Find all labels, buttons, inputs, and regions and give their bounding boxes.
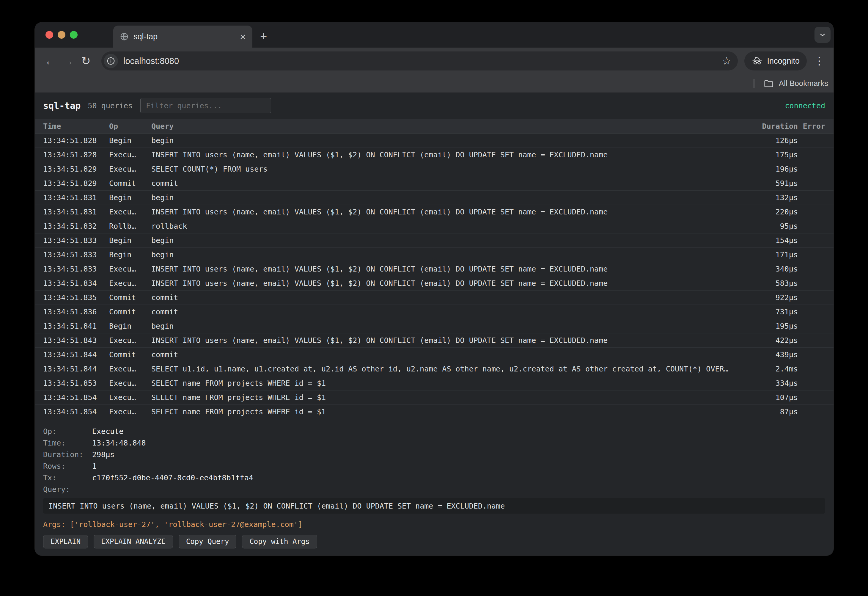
table-row[interactable]: 13:34:51.841 Begin begin 195µs — [35, 319, 834, 333]
column-header-duration[interactable]: Duration — [747, 122, 798, 130]
cell-time: 13:34:51.832 — [43, 222, 109, 231]
cell-duration: 583µs — [747, 279, 798, 288]
table-row[interactable]: 13:34:51.833 Execu… INSERT INTO users (n… — [35, 262, 834, 276]
cell-duration: 422µs — [747, 336, 798, 345]
cell-query: INSERT INTO users (name, email) VALUES (… — [151, 279, 747, 288]
cell-time: 13:34:51.833 — [43, 236, 109, 245]
cell-time: 13:34:51.834 — [43, 279, 109, 288]
url-text[interactable]: localhost:8080 — [123, 56, 722, 66]
browser-menu-button[interactable]: ⋮ — [814, 55, 825, 67]
back-button[interactable]: ← — [41, 55, 59, 68]
table-row[interactable]: 13:34:51.832 Rollb… rollback 95µs — [35, 219, 834, 234]
cell-op: Execu… — [109, 379, 151, 387]
cell-query: INSERT INTO users (name, email) VALUES (… — [151, 265, 747, 273]
reload-button[interactable]: ↻ — [77, 55, 95, 68]
sql-tap-page: sql-tap 50 queries connected Time Op Que… — [35, 93, 834, 556]
table-row[interactable]: 13:34:51.828 Begin begin 126µs — [35, 133, 834, 148]
bookmarks-bar: All Bookmarks — [35, 74, 834, 93]
detail-query-label: Query: — [43, 485, 92, 494]
column-header-time[interactable]: Time — [43, 122, 109, 130]
detail-query-label-row: Query: — [43, 484, 825, 495]
cell-time: 13:34:51.841 — [43, 322, 109, 330]
table-row[interactable]: 13:34:51.831 Begin begin 132µs — [35, 191, 834, 205]
action-button[interactable]: EXPLAIN — [43, 535, 88, 549]
table-row[interactable]: 13:34:51.834 Execu… INSERT INTO users (n… — [35, 276, 834, 291]
cell-time: 13:34:51.854 — [43, 393, 109, 402]
cell-query: INSERT INTO users (name, email) VALUES (… — [151, 336, 747, 345]
cell-query: commit — [151, 179, 747, 188]
tab-strip: sql-tap × + — [35, 22, 834, 47]
site-info-button[interactable] — [104, 54, 118, 68]
cell-op: Commit — [109, 293, 151, 302]
cell-duration: 922µs — [747, 293, 798, 302]
detail-field-label: Rows: — [43, 462, 92, 470]
cell-duration: 340µs — [747, 265, 798, 273]
detail-meta-row: Op: Execute — [43, 426, 825, 437]
globe-favicon-icon — [120, 32, 129, 41]
detail-meta: Op: Execute Time: 13:34:48.848 Duration:… — [43, 426, 825, 484]
table-row[interactable]: 13:34:51.829 Commit commit 591µs — [35, 176, 834, 191]
column-header-op[interactable]: Op — [109, 122, 151, 130]
table-row[interactable]: 13:34:51.828 Execu… INSERT INTO users (n… — [35, 148, 834, 162]
all-bookmarks-button[interactable]: All Bookmarks — [779, 79, 828, 88]
cell-duration: 126µs — [747, 136, 798, 145]
table-row[interactable]: 13:34:51.854 Execu… SELECT name FROM pro… — [35, 405, 834, 419]
column-header-query[interactable]: Query — [151, 122, 747, 130]
column-header-error[interactable]: Error — [798, 122, 825, 130]
detail-query-text: INSERT INTO users (name, email) VALUES (… — [49, 502, 505, 510]
forward-button[interactable]: → — [59, 55, 77, 68]
cell-time: 13:34:51.836 — [43, 308, 109, 316]
cell-query: commit — [151, 351, 747, 359]
cell-duration: 731µs — [747, 308, 798, 316]
browser-tab-sql-tap[interactable]: sql-tap × — [113, 25, 252, 47]
app-title: sql-tap — [43, 101, 81, 111]
close-window-button[interactable] — [46, 31, 53, 38]
cell-query: begin — [151, 322, 747, 330]
table-row[interactable]: 13:34:51.829 Execu… SELECT COUNT(*) FROM… — [35, 162, 834, 176]
tab-search-button[interactable] — [815, 27, 831, 43]
zoom-window-button[interactable] — [70, 31, 78, 38]
address-bar[interactable]: localhost:8080 ☆ — [101, 52, 738, 71]
table-row[interactable]: 13:34:51.831 Execu… INSERT INTO users (n… — [35, 205, 834, 219]
cell-query: SELECT name FROM projects WHERE id = $1 — [151, 407, 747, 416]
table-row[interactable]: 13:34:51.844 Commit commit 439µs — [35, 348, 834, 362]
detail-field-value: Execute — [92, 427, 825, 436]
cell-query: SELECT name FROM projects WHERE id = $1 — [151, 379, 747, 387]
cell-query: commit — [151, 293, 747, 302]
cell-query: begin — [151, 193, 747, 202]
action-button[interactable]: EXPLAIN ANALYZE — [94, 535, 173, 549]
cell-time: 13:34:51.828 — [43, 136, 109, 145]
tab-close-icon[interactable]: × — [240, 31, 246, 41]
new-tab-button[interactable]: + — [260, 30, 267, 42]
cell-query: SELECT u1.id, u1.name, u1.created_at, u2… — [151, 365, 747, 373]
table-row[interactable]: 13:34:51.843 Execu… INSERT INTO users (n… — [35, 333, 834, 348]
cell-query: SELECT COUNT(*) FROM users — [151, 165, 747, 173]
cell-time: 13:34:51.854 — [43, 407, 109, 416]
cell-duration: 196µs — [747, 165, 798, 173]
minimize-window-button[interactable] — [58, 31, 65, 38]
table-row[interactable]: 13:34:51.844 Execu… SELECT u1.id, u1.nam… — [35, 362, 834, 376]
table-row[interactable]: 13:34:51.835 Commit commit 922µs — [35, 291, 834, 305]
action-button[interactable]: Copy Query — [179, 535, 237, 549]
cell-time: 13:34:51.829 — [43, 165, 109, 173]
cell-time: 13:34:51.829 — [43, 179, 109, 188]
action-button[interactable]: Copy with Args — [242, 535, 317, 549]
filter-queries-input[interactable] — [140, 98, 271, 113]
table-row[interactable]: 13:34:51.833 Begin begin 171µs — [35, 248, 834, 262]
table-row[interactable]: 13:34:51.833 Begin begin 154µs — [35, 234, 834, 248]
query-detail-panel: Op: Execute Time: 13:34:48.848 Duration:… — [35, 419, 834, 556]
cell-op: Rollb… — [109, 222, 151, 231]
traffic-lights — [46, 31, 78, 38]
cell-op: Begin — [109, 236, 151, 245]
cell-time: 13:34:51.831 — [43, 208, 109, 216]
detail-field-value: 298µs — [92, 450, 825, 459]
cell-time: 13:34:51.833 — [43, 250, 109, 259]
incognito-badge: Incognito — [744, 52, 807, 71]
bookmark-star-icon[interactable]: ☆ — [722, 55, 731, 67]
cell-query: INSERT INTO users (name, email) VALUES (… — [151, 208, 747, 216]
table-row[interactable]: 13:34:51.854 Execu… SELECT name FROM pro… — [35, 390, 834, 405]
cell-query: commit — [151, 308, 747, 316]
table-row[interactable]: 13:34:51.853 Execu… SELECT name FROM pro… — [35, 376, 834, 390]
detail-query-box: INSERT INTO users (name, email) VALUES (… — [43, 498, 825, 514]
table-row[interactable]: 13:34:51.836 Commit commit 731µs — [35, 305, 834, 319]
